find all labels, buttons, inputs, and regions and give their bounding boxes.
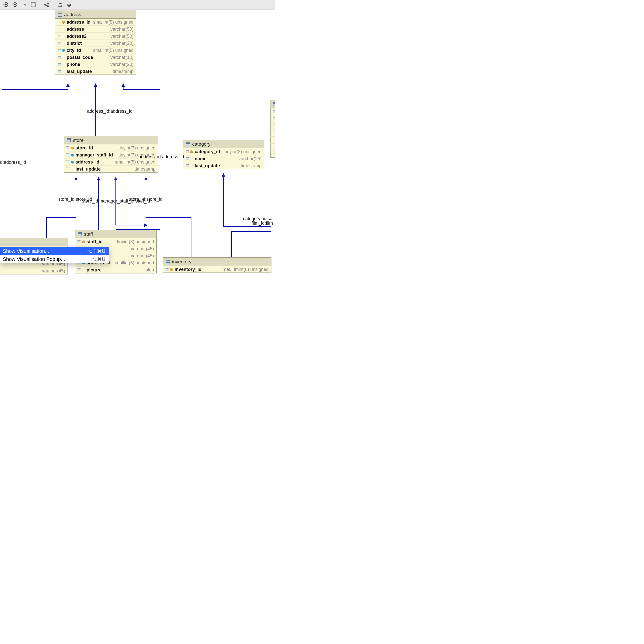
column-row[interactable]: last_updatetimestamp <box>183 162 264 169</box>
zoom-out-icon[interactable] <box>11 1 19 9</box>
entity-address[interactable]: addressaddress_idsmallint(5) unsignedadd… <box>55 10 136 75</box>
column-name: name <box>195 156 207 161</box>
entity-inventory[interactable]: inventoryinventory_idmediumint(8) unsign… <box>163 257 271 273</box>
primary-key-icon <box>71 147 73 149</box>
column-icon <box>272 145 275 149</box>
column-icon <box>57 55 61 60</box>
svg-line-9 <box>46 4 47 5</box>
column-row[interactable] <box>270 123 275 130</box>
entity-title: category <box>192 142 211 146</box>
column-row[interactable]: districtvarchar(20) <box>55 40 136 47</box>
entity-title: address <box>64 12 81 17</box>
entity-header[interactable]: address <box>55 10 136 19</box>
entity-header[interactable]: inventory <box>163 258 271 266</box>
column-name: category_id <box>195 149 220 154</box>
column-row[interactable]: store_idtinyint(3) unsigned <box>64 144 158 151</box>
column-type: varchar(10) <box>110 55 134 60</box>
column-row[interactable] <box>270 115 275 123</box>
entity-title: store <box>73 138 84 143</box>
column-type: varchar(20) <box>110 41 134 46</box>
menu-item-show-visualisation-popup[interactable]: Show Visualisation Popup... ⌥⌘U <box>0 255 109 263</box>
table-icon <box>186 142 190 146</box>
column-icon <box>272 110 275 114</box>
column-row[interactable]: last_updatetimestamp <box>55 68 136 75</box>
column-row[interactable] <box>270 137 275 144</box>
zoom-in-icon[interactable] <box>2 1 10 9</box>
table-icon <box>77 232 82 236</box>
column-row[interactable] <box>270 151 275 157</box>
diagram-toolbar: 1:1 <box>0 0 275 10</box>
column-name: store_id <box>75 146 93 150</box>
entity-header[interactable]: omer <box>0 238 68 246</box>
column-name: last_update <box>75 167 101 171</box>
column-type: timestamp <box>135 167 155 171</box>
column-name: address_id <box>67 20 91 24</box>
column-type: tinyint(3) unsigned <box>225 149 262 154</box>
column-row[interactable]: namevarchar(25) <box>183 155 264 162</box>
context-menu[interactable]: Show Visualisation... ⌥⇧⌘U Show Visualis… <box>0 247 109 263</box>
column-type: mediumint(8) unsigned <box>223 267 269 272</box>
column-name: last_update <box>67 69 92 74</box>
entity-header[interactable]: store <box>64 136 158 144</box>
column-row[interactable]: postal_codevarchar(10) <box>55 54 136 61</box>
menu-item-show-visualisation[interactable]: Show Visualisation... ⌥⇧⌘U <box>0 247 109 255</box>
entity-title: staff <box>84 232 93 236</box>
column-type: varchar(50) <box>110 27 134 31</box>
primary-key-icon <box>62 21 65 23</box>
column-icon <box>66 153 70 157</box>
share-icon[interactable] <box>43 1 51 9</box>
column-icon <box>66 160 70 164</box>
column-type: timestamp <box>241 164 262 168</box>
table-icon <box>58 12 62 17</box>
entity-header[interactable]: staff <box>75 230 156 238</box>
column-type: varchar(45) <box>131 247 154 251</box>
column-row[interactable]: last_updatetimestamp <box>64 166 158 172</box>
column-row[interactable]: address2varchar(50) <box>55 33 136 40</box>
column-type: varchar(25) <box>238 156 262 161</box>
foreign-key-icon <box>71 161 73 163</box>
column-name: staff_id <box>87 239 103 244</box>
column-type: tinyint(3) unsigned <box>117 239 154 244</box>
one-to-one-icon[interactable]: 1:1 <box>20 1 28 9</box>
column-row[interactable]: category_idtinyint(3) unsigned <box>183 148 264 155</box>
column-type: varchar(45) <box>131 254 154 258</box>
column-row[interactable]: address_idsmallint(5) unsigned <box>64 158 158 166</box>
column-name: address <box>67 27 84 31</box>
column-icon <box>272 117 275 121</box>
menu-item-shortcut: ⌥⇧⌘U <box>87 248 105 254</box>
column-icon <box>165 267 169 272</box>
column-row[interactable]: inventory_idmediumint(8) unsigned <box>163 266 271 273</box>
column-icon <box>66 146 70 150</box>
export-icon[interactable] <box>56 1 64 9</box>
column-row[interactable]: pictureblob <box>75 266 156 273</box>
column-row[interactable] <box>270 130 275 137</box>
column-row[interactable] <box>270 144 275 151</box>
column-row[interactable]: addressvarchar(50) <box>55 26 136 33</box>
column-type: blob <box>145 268 154 272</box>
column-row[interactable]: namevarchar(45) <box>0 267 68 274</box>
column-icon <box>57 27 61 31</box>
entity-title: inventory <box>172 259 191 264</box>
column-name: phone <box>67 62 80 67</box>
fit-icon[interactable] <box>29 1 37 9</box>
column-icon <box>272 152 275 156</box>
entity-header[interactable] <box>270 100 275 108</box>
column-row[interactable]: city_idsmallint(5) unsigned <box>55 47 136 54</box>
column-icon <box>185 156 189 161</box>
print-icon[interactable] <box>65 1 73 9</box>
column-row[interactable]: phonevarchar(20) <box>55 61 136 68</box>
entity-category[interactable]: categorycategory_idtinyint(3) unsignedna… <box>183 140 264 169</box>
foreign-key-icon <box>71 154 73 156</box>
entity-header[interactable]: category <box>183 140 264 148</box>
column-icon <box>185 164 189 168</box>
column-row[interactable]: staff_idtinyint(3) unsigned <box>75 238 156 245</box>
column-row[interactable]: address_idsmallint(5) unsigned <box>55 19 136 26</box>
column-icon <box>57 34 61 38</box>
column-name: last_update <box>195 164 220 168</box>
table-icon <box>273 102 275 107</box>
menu-item-label: Show Visualisation Popup... <box>3 256 65 262</box>
column-icon <box>57 48 61 53</box>
primary-key-icon <box>190 151 193 153</box>
entity-partial_right[interactable] <box>270 100 275 158</box>
column-row[interactable] <box>270 108 275 115</box>
